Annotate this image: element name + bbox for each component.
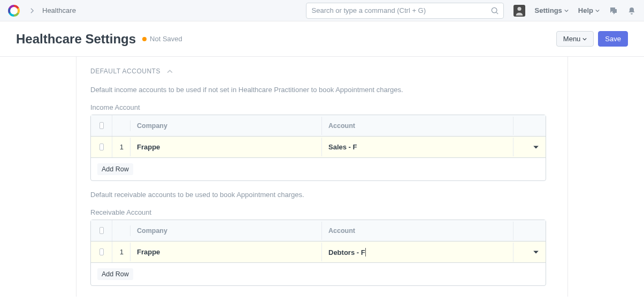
navbar: Healthcare Settings Help <box>0 0 644 21</box>
section-title: Default Accounts <box>90 67 160 75</box>
search-icon <box>491 7 499 14</box>
search-input[interactable] <box>306 3 504 19</box>
receivable-account-label: Receivable Account <box>90 208 546 216</box>
row-company[interactable]: Frappe <box>131 138 322 156</box>
avatar[interactable] <box>513 5 525 17</box>
row-company[interactable]: Frappe <box>131 243 322 261</box>
section-default-accounts[interactable]: Default Accounts <box>90 67 546 75</box>
row-account[interactable]: Debtors - F <box>322 243 513 262</box>
chevron-down-icon <box>595 9 600 13</box>
row-expand-icon[interactable] <box>513 244 546 261</box>
chevron-right-icon <box>29 8 35 13</box>
chevron-up-icon <box>167 69 173 74</box>
income-header-checkbox[interactable] <box>99 122 104 129</box>
menu-button[interactable]: Menu <box>556 31 594 47</box>
help-menu[interactable]: Help <box>578 6 600 14</box>
receivable-help-text: Default receivable accounts to be used t… <box>90 191 546 199</box>
svg-point-0 <box>492 7 497 13</box>
bell-icon[interactable] <box>627 6 636 15</box>
status-label: Not Saved <box>150 35 182 43</box>
add-row-button[interactable]: Add Row <box>97 268 133 280</box>
row-checkbox[interactable] <box>99 144 104 150</box>
chevron-down-icon <box>564 9 569 13</box>
col-header-company: Company <box>131 222 322 240</box>
income-account-grid: Company Account 1 Frappe Sales - F Add R… <box>90 115 546 181</box>
col-header-company: Company <box>131 117 322 135</box>
income-help-text: Default income accounts to be used if no… <box>90 86 546 94</box>
breadcrumb-healthcare[interactable]: Healthcare <box>42 6 76 14</box>
search-box <box>306 3 504 19</box>
save-button[interactable]: Save <box>598 31 628 47</box>
row-index: 1 <box>112 138 131 156</box>
row-expand-icon[interactable] <box>513 139 546 156</box>
app-logo-icon[interactable] <box>8 5 20 17</box>
receivable-account-grid: Company Account 1 Frappe Debtors - F Add… <box>90 220 546 286</box>
page-title: Healthcare Settings <box>16 32 136 47</box>
form-panel: Default Accounts Default income accounts… <box>76 57 568 297</box>
row-checkbox[interactable] <box>99 248 104 255</box>
help-menu-label: Help <box>578 6 593 14</box>
settings-menu[interactable]: Settings <box>535 6 569 14</box>
col-header-account: Account <box>322 222 513 240</box>
chevron-down-icon <box>582 37 587 41</box>
svg-line-1 <box>496 12 498 14</box>
add-row-button[interactable]: Add Row <box>97 163 133 175</box>
settings-menu-label: Settings <box>535 6 562 14</box>
receivable-header-checkbox[interactable] <box>99 227 104 234</box>
menu-button-label: Menu <box>563 35 581 43</box>
row-account[interactable]: Sales - F <box>322 138 513 156</box>
status-badge: Not Saved <box>142 35 182 43</box>
page-header: Healthcare Settings Not Saved Menu Save <box>0 21 644 57</box>
table-row[interactable]: 1 Frappe Sales - F <box>91 137 546 158</box>
col-header-account: Account <box>322 117 513 135</box>
table-row[interactable]: 1 Frappe Debtors - F <box>91 241 546 263</box>
row-index: 1 <box>112 243 131 261</box>
text-cursor-icon <box>365 248 366 256</box>
chat-icon[interactable] <box>609 6 618 15</box>
status-dot-icon <box>142 37 147 41</box>
income-account-label: Income Account <box>90 103 546 111</box>
